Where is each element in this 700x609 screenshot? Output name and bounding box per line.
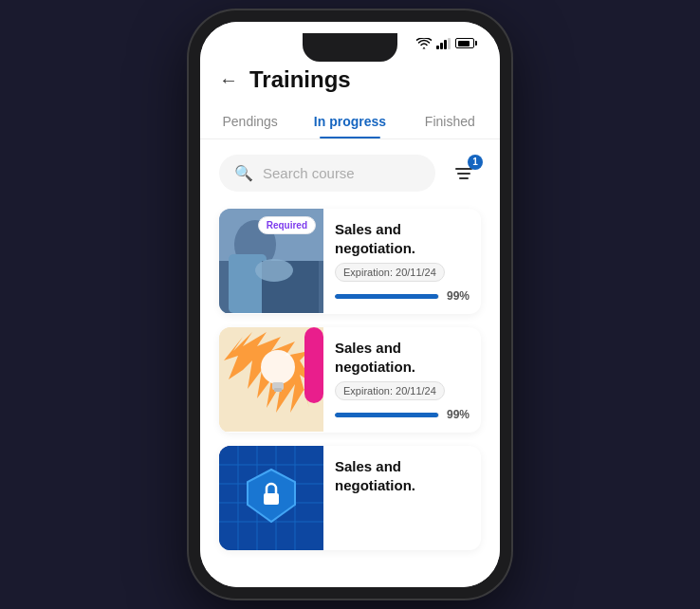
course-card[interactable]: Sales and negotiation. Expiration: 20/11… — [219, 327, 481, 433]
tab-pendings[interactable]: Pendings — [200, 104, 300, 138]
svg-point-5 — [255, 259, 293, 282]
course-info: Sales and negotiation. Expiration: 20/11… — [335, 209, 481, 314]
course-thumbnail — [219, 327, 323, 432]
header: ← Trainings — [200, 59, 500, 104]
back-button[interactable]: ← — [219, 69, 238, 91]
course-card[interactable]: Required Sales and negotiation. Expirati… — [219, 209, 481, 314]
tabs-bar: Pendings In progress Finished — [200, 104, 500, 139]
expiration-badge: Expiration: 20/11/24 — [335, 381, 445, 400]
progress-label: 99% — [447, 408, 470, 421]
expiration-badge: Expiration: 20/11/24 — [335, 263, 445, 282]
filter-icon — [455, 168, 472, 179]
course-info: Sales and negotiation. — [335, 446, 481, 506]
course-title: Sales and negotiation. — [335, 220, 470, 257]
status-icons — [416, 38, 477, 49]
progress-row: 99% — [335, 289, 470, 303]
phone-frame: 15:20 — [189, 10, 511, 599]
progress-fill — [335, 413, 438, 417]
course-list: Required Sales and negotiation. Expirati… — [200, 201, 500, 587]
search-icon: 🔍 — [234, 164, 253, 182]
notch — [303, 33, 397, 62]
course-info: Sales and negotiation. Expiration: 20/11… — [335, 327, 481, 433]
progress-label: 99% — [447, 289, 470, 303]
page-title: Trainings — [249, 66, 351, 93]
tab-finished[interactable]: Finished — [400, 104, 500, 138]
svg-point-8 — [261, 350, 295, 384]
course-title: Sales and negotiation. — [335, 457, 470, 494]
progress-row: 99% — [335, 408, 470, 421]
search-area: 🔍 Search course 1 — [200, 139, 500, 201]
phone-screen: 15:20 — [200, 22, 500, 587]
filter-badge: 1 — [468, 155, 483, 170]
signal-icon — [436, 38, 451, 49]
progress-bar — [335, 294, 439, 299]
svg-rect-22 — [264, 493, 279, 505]
course-title: Sales and negotiation. — [335, 339, 470, 376]
course-thumbnail: Required — [219, 209, 323, 313]
progress-bar — [335, 413, 439, 417]
course-thumbnail — [219, 446, 323, 550]
svg-rect-10 — [274, 388, 282, 392]
required-badge: Required — [258, 216, 316, 234]
tab-in-progress[interactable]: In progress — [300, 104, 399, 138]
filter-button[interactable]: 1 — [447, 157, 481, 191]
search-input[interactable]: Search course — [263, 165, 355, 181]
progress-fill — [335, 294, 438, 299]
wifi-icon — [416, 38, 432, 49]
course-card[interactable]: Sales and negotiation. — [219, 446, 481, 550]
search-box[interactable]: 🔍 Search course — [219, 155, 435, 192]
battery-icon — [455, 38, 477, 48]
svg-rect-11 — [304, 327, 323, 403]
